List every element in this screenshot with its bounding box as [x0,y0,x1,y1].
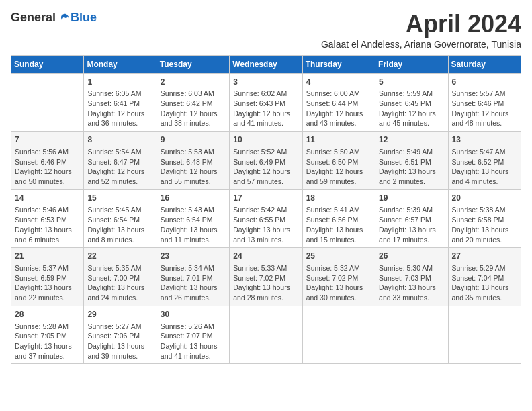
day-detail: Sunrise: 5:28 AM Sunset: 7:05 PM Dayligh… [15,322,80,361]
day-number: 8 [87,134,152,146]
day-detail: Sunrise: 5:50 AM Sunset: 6:50 PM Dayligh… [306,147,371,187]
logo-blue-text: Blue [71,11,97,25]
day-number: 27 [452,250,517,262]
day-number: 25 [306,250,371,262]
calendar-week-row: 21Sunrise: 5:37 AM Sunset: 6:59 PM Dayli… [11,248,521,306]
day-number: 23 [161,250,226,262]
table-row: 30Sunrise: 5:26 AM Sunset: 7:07 PM Dayli… [157,306,229,364]
day-detail: Sunrise: 6:00 AM Sunset: 6:44 PM Dayligh… [306,89,371,128]
table-row: 15Sunrise: 5:45 AM Sunset: 6:54 PM Dayli… [84,189,157,248]
calendar-week-row: 14Sunrise: 5:46 AM Sunset: 6:53 PM Dayli… [11,189,521,248]
day-detail: Sunrise: 5:26 AM Sunset: 7:07 PM Dayligh… [161,322,226,361]
day-number: 12 [379,134,444,146]
day-detail: Sunrise: 5:57 AM Sunset: 6:46 PM Dayligh… [452,89,517,128]
table-row: 23Sunrise: 5:34 AM Sunset: 7:01 PM Dayli… [157,248,229,306]
calendar-week-row: 1Sunrise: 6:05 AM Sunset: 6:41 PM Daylig… [11,73,521,132]
table-row [448,306,521,364]
day-detail: Sunrise: 5:39 AM Sunset: 6:57 PM Dayligh… [379,205,444,244]
day-detail: Sunrise: 5:43 AM Sunset: 6:54 PM Dayligh… [161,205,226,244]
table-row: 9Sunrise: 5:53 AM Sunset: 6:48 PM Daylig… [157,132,229,190]
day-detail: Sunrise: 5:59 AM Sunset: 6:45 PM Dayligh… [379,89,444,128]
table-row: 29Sunrise: 5:27 AM Sunset: 7:06 PM Dayli… [84,306,157,364]
day-detail: Sunrise: 5:34 AM Sunset: 7:01 PM Dayligh… [161,263,226,303]
table-row: 3Sunrise: 6:02 AM Sunset: 6:43 PM Daylig… [230,73,302,132]
day-detail: Sunrise: 6:05 AM Sunset: 6:41 PM Dayligh… [87,89,152,128]
day-number: 29 [87,309,152,320]
day-number: 30 [161,309,226,320]
table-row: 11Sunrise: 5:50 AM Sunset: 6:50 PM Dayli… [302,132,375,190]
day-detail: Sunrise: 5:27 AM Sunset: 7:06 PM Dayligh… [87,322,152,361]
table-row: 27Sunrise: 5:29 AM Sunset: 7:04 PM Dayli… [448,248,521,306]
header-thursday: Thursday [302,55,375,73]
logo-bird-icon [57,12,69,24]
day-detail: Sunrise: 5:56 AM Sunset: 6:46 PM Dayligh… [15,147,80,187]
logo: General Blue [11,11,97,25]
table-row [375,306,448,364]
day-number: 28 [15,309,80,320]
day-number: 26 [379,250,444,262]
table-row: 2Sunrise: 6:03 AM Sunset: 6:42 PM Daylig… [157,73,229,132]
day-number: 5 [379,77,444,88]
day-number: 21 [15,250,80,262]
day-number: 9 [161,134,226,146]
day-number: 24 [233,250,298,262]
day-detail: Sunrise: 5:32 AM Sunset: 7:02 PM Dayligh… [306,263,371,303]
day-number: 14 [15,193,80,204]
header-sunday: Sunday [11,55,84,73]
table-row: 6Sunrise: 5:57 AM Sunset: 6:46 PM Daylig… [448,73,521,132]
day-number: 2 [161,77,226,88]
day-detail: Sunrise: 5:33 AM Sunset: 7:02 PM Dayligh… [233,263,298,303]
table-row [302,306,375,364]
table-row: 24Sunrise: 5:33 AM Sunset: 7:02 PM Dayli… [230,248,302,306]
table-row: 28Sunrise: 5:28 AM Sunset: 7:05 PM Dayli… [11,306,84,364]
table-row: 19Sunrise: 5:39 AM Sunset: 6:57 PM Dayli… [375,189,448,248]
header-saturday: Saturday [448,55,521,73]
day-detail: Sunrise: 5:49 AM Sunset: 6:51 PM Dayligh… [379,147,444,187]
day-number: 11 [306,134,371,146]
table-row: 17Sunrise: 5:42 AM Sunset: 6:55 PM Dayli… [230,189,302,248]
day-detail: Sunrise: 5:42 AM Sunset: 6:55 PM Dayligh… [233,205,298,244]
calendar-week-row: 28Sunrise: 5:28 AM Sunset: 7:05 PM Dayli… [11,306,521,364]
header-tuesday: Tuesday [157,55,229,73]
day-number: 16 [161,193,226,204]
table-row [230,306,302,364]
table-row: 10Sunrise: 5:52 AM Sunset: 6:49 PM Dayli… [230,132,302,190]
table-row: 20Sunrise: 5:38 AM Sunset: 6:58 PM Dayli… [448,189,521,248]
day-number: 10 [233,134,298,146]
day-number: 20 [452,193,517,204]
header-wednesday: Wednesday [230,55,302,73]
header-monday: Monday [84,55,157,73]
day-number: 19 [379,193,444,204]
table-row [11,73,84,132]
day-number: 22 [87,250,152,262]
logo-general-text: General [11,11,56,25]
day-detail: Sunrise: 5:30 AM Sunset: 7:03 PM Dayligh… [379,263,444,303]
day-number: 6 [452,77,517,88]
table-row: 21Sunrise: 5:37 AM Sunset: 6:59 PM Dayli… [11,248,84,306]
table-row: 14Sunrise: 5:46 AM Sunset: 6:53 PM Dayli… [11,189,84,248]
table-row: 18Sunrise: 5:41 AM Sunset: 6:56 PM Dayli… [302,189,375,248]
day-detail: Sunrise: 5:41 AM Sunset: 6:56 PM Dayligh… [306,205,371,244]
table-row: 25Sunrise: 5:32 AM Sunset: 7:02 PM Dayli… [302,248,375,306]
day-detail: Sunrise: 6:02 AM Sunset: 6:43 PM Dayligh… [233,89,298,128]
day-detail: Sunrise: 5:35 AM Sunset: 7:00 PM Dayligh… [87,263,152,303]
header-friday: Friday [375,55,448,73]
table-row: 4Sunrise: 6:00 AM Sunset: 6:44 PM Daylig… [302,73,375,132]
table-row: 7Sunrise: 5:56 AM Sunset: 6:46 PM Daylig… [11,132,84,190]
table-row: 16Sunrise: 5:43 AM Sunset: 6:54 PM Dayli… [157,189,229,248]
location-subtitle: Galaat el Andeless, Ariana Governorate, … [321,39,521,50]
table-row: 1Sunrise: 6:05 AM Sunset: 6:41 PM Daylig… [84,73,157,132]
day-detail: Sunrise: 5:47 AM Sunset: 6:52 PM Dayligh… [452,147,517,187]
day-detail: Sunrise: 5:38 AM Sunset: 6:58 PM Dayligh… [452,205,517,244]
table-row: 13Sunrise: 5:47 AM Sunset: 6:52 PM Dayli… [448,132,521,190]
day-number: 3 [233,77,298,88]
day-detail: Sunrise: 5:53 AM Sunset: 6:48 PM Dayligh… [161,147,226,187]
calendar-header-row: Sunday Monday Tuesday Wednesday Thursday… [11,55,521,73]
day-detail: Sunrise: 5:46 AM Sunset: 6:53 PM Dayligh… [15,205,80,244]
day-detail: Sunrise: 5:52 AM Sunset: 6:49 PM Dayligh… [233,147,298,187]
table-row: 12Sunrise: 5:49 AM Sunset: 6:51 PM Dayli… [375,132,448,190]
day-number: 15 [87,193,152,204]
day-number: 1 [87,77,152,88]
day-number: 17 [233,193,298,204]
calendar-week-row: 7Sunrise: 5:56 AM Sunset: 6:46 PM Daylig… [11,132,521,190]
